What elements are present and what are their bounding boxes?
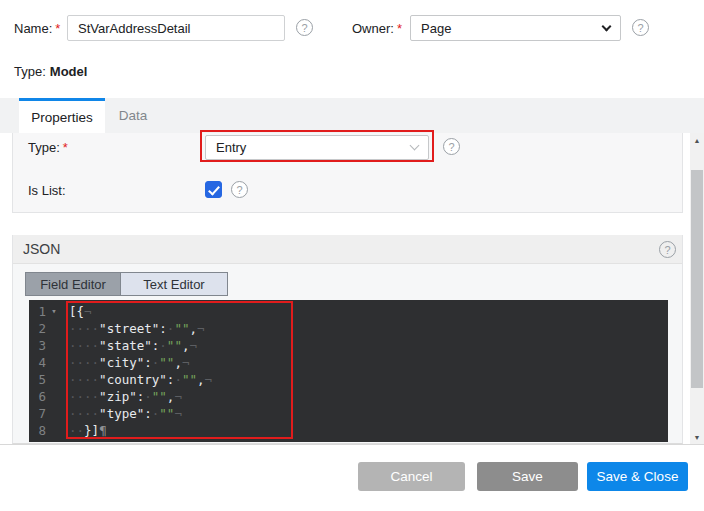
- entry-type-label-text: Type:: [28, 140, 60, 155]
- code-text: ··}]¶: [62, 422, 107, 439]
- line-number: 2: [34, 320, 46, 337]
- owner-help-icon[interactable]: ?: [632, 19, 649, 36]
- is-list-help-icon[interactable]: ?: [231, 181, 248, 198]
- fold-gutter: [46, 371, 62, 388]
- name-required-mark: *: [55, 21, 60, 36]
- code-line: 5····"country":·"",¬: [29, 371, 668, 388]
- chevron-down-icon: [602, 21, 612, 31]
- is-list-label: Is List:: [28, 183, 66, 198]
- json-help-icon[interactable]: ?: [659, 241, 676, 258]
- scrollbar-down-arrow-icon[interactable]: ▼: [690, 430, 704, 444]
- name-label: Name:*: [14, 21, 60, 36]
- fold-gutter: [46, 354, 62, 371]
- code-line: 1▾[{¬: [29, 303, 668, 320]
- code-line: 7····"type":·""¬: [29, 405, 668, 422]
- code-text: ····"type":·""¬: [62, 405, 182, 422]
- code-text: ····"street":·"",¬: [62, 320, 205, 337]
- fold-gutter: [46, 320, 62, 337]
- save-button[interactable]: Save: [477, 462, 578, 491]
- fold-gutter: [46, 337, 62, 354]
- code-line: 3····"state":·"",¬: [29, 337, 668, 354]
- type-info-label: Type:: [14, 64, 46, 79]
- tab-data[interactable]: Data: [105, 98, 161, 133]
- type-info-value: Model: [50, 64, 88, 79]
- tab-strip: Properties Data: [0, 98, 704, 133]
- code-line: 8··}]¶: [29, 422, 668, 439]
- line-number: 4: [34, 354, 46, 371]
- content-scrollbar[interactable]: ▲ ▼: [690, 133, 704, 444]
- entry-type-required-mark: *: [63, 140, 68, 155]
- name-help-icon[interactable]: ?: [296, 19, 313, 36]
- code-lines: 1▾[{¬2····"street":·"",¬3····"state":·""…: [29, 303, 668, 439]
- entry-type-help-icon[interactable]: ?: [443, 138, 460, 155]
- json-section-header: JSON: [13, 235, 682, 264]
- code-text: ····"zip":·"",¬: [62, 388, 182, 405]
- tab-properties[interactable]: Properties: [19, 98, 105, 133]
- json-code-editor[interactable]: 1▾[{¬2····"street":·"",¬3····"state":·""…: [29, 300, 668, 442]
- owner-select-value: Page: [421, 21, 451, 36]
- scrollbar-thumb[interactable]: [691, 170, 703, 388]
- line-number: 1: [34, 303, 46, 320]
- field-editor-button[interactable]: Field Editor: [26, 273, 121, 295]
- entry-type-label: Type:*: [28, 140, 68, 155]
- editor-mode-toggle: Field Editor Text Editor: [25, 272, 228, 296]
- fold-arrow-icon[interactable]: ▾: [46, 303, 62, 320]
- type-info: Type:Model: [14, 64, 87, 79]
- save-and-close-button[interactable]: Save & Close: [587, 462, 688, 491]
- scrollbar-up-arrow-icon[interactable]: ▲: [690, 133, 704, 147]
- fold-gutter: [46, 422, 62, 439]
- json-section-title: JSON: [23, 241, 60, 257]
- line-number: 5: [34, 371, 46, 388]
- owner-label-text: Owner:: [352, 21, 394, 36]
- footer-divider: [0, 444, 704, 445]
- variable-editor-dialog: Name:* ? Owner:* Page ? Type:Model Prope…: [0, 0, 704, 511]
- entry-type-select[interactable]: Entry: [205, 135, 429, 160]
- name-label-text: Name:: [14, 21, 52, 36]
- code-text: ····"city":·"",¬: [62, 354, 189, 371]
- text-editor-button[interactable]: Text Editor: [121, 273, 227, 295]
- json-panel: JSON Field Editor Text Editor 1▾[{¬2····…: [12, 235, 683, 444]
- owner-select[interactable]: Page: [410, 15, 621, 41]
- is-list-checkbox[interactable]: [205, 181, 222, 198]
- code-text: ····"state":·"",¬: [62, 337, 197, 354]
- name-input[interactable]: [67, 15, 285, 41]
- entry-type-select-value: Entry: [216, 140, 246, 155]
- chevron-down-icon: [410, 141, 420, 151]
- cancel-button[interactable]: Cancel: [358, 462, 465, 491]
- line-number: 7: [34, 405, 46, 422]
- code-line: 2····"street":·"",¬: [29, 320, 668, 337]
- line-number: 3: [34, 337, 46, 354]
- fold-gutter: [46, 388, 62, 405]
- code-text: [{¬: [62, 303, 92, 320]
- owner-required-mark: *: [397, 21, 402, 36]
- code-line: 4····"city":·"",¬: [29, 354, 668, 371]
- code-text: ····"country":·"",¬: [62, 371, 212, 388]
- line-number: 8: [34, 422, 46, 439]
- code-line: 6····"zip":·"",¬: [29, 388, 668, 405]
- fold-gutter: [46, 405, 62, 422]
- owner-label: Owner:*: [352, 21, 402, 36]
- line-number: 6: [34, 388, 46, 405]
